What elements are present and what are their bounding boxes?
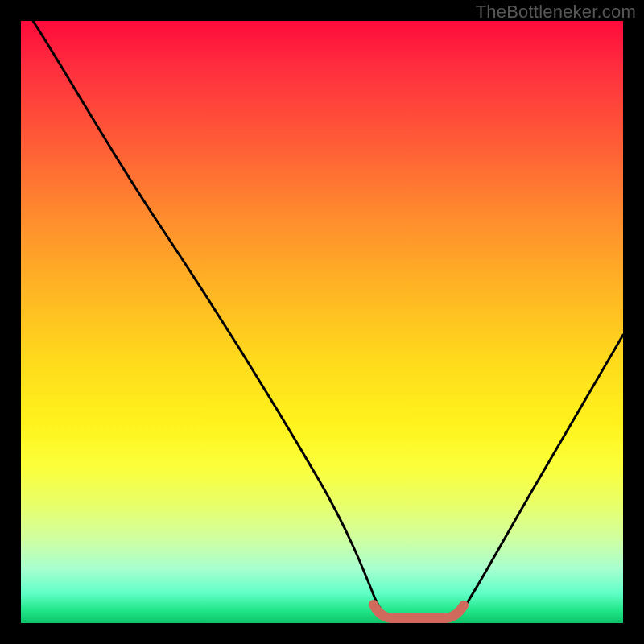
chart-plot-area: [21, 21, 623, 623]
watermark-text: TheBottleneker.com: [476, 2, 636, 23]
chart-frame: TheBottleneker.com: [0, 0, 644, 644]
bottleneck-curve: [33, 21, 623, 621]
chart-svg: [21, 21, 623, 623]
optimal-range-marker: [374, 605, 464, 618]
